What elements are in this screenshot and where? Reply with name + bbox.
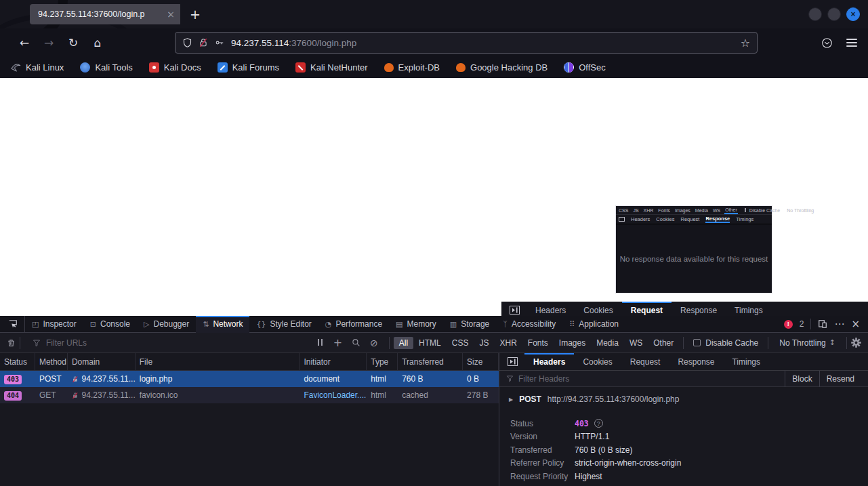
disable-cache-group[interactable]: Disable Cache [688,338,764,348]
question-mark-icon[interactable]: ? [594,419,603,428]
close-devtools-icon[interactable]: × [851,318,860,330]
reload-icon[interactable]: ↻ [61,36,85,49]
pick-element-icon[interactable] [0,316,25,333]
bookmark-google-hacking-db[interactable]: Google Hacking DB [456,62,547,73]
tab-memory[interactable]: ▤Memory [389,316,443,333]
mini-tab[interactable]: Request [680,216,699,222]
window-close-button[interactable]: × [846,7,860,21]
home-icon[interactable]: ⌂ [85,36,110,49]
mini-throttling-select[interactable]: No Throttling [787,208,814,213]
new-tab-button[interactable]: + [190,5,201,23]
disclosure-triangle-icon[interactable]: ▶ [509,397,513,403]
details-pane-toggle-icon[interactable] [510,306,520,315]
url-text[interactable]: 94.237.55.114:37600/login.php [231,38,356,48]
type-filter-ws[interactable]: WS [624,337,648,349]
error-badge-icon[interactable]: ! [784,320,793,329]
tab-performance[interactable]: ◔Performance [318,316,389,333]
responsive-design-icon[interactable] [818,319,827,329]
browser-tab[interactable]: 94.237.55.114:37600/login.p × [30,4,180,24]
filter-urls-box[interactable] [24,338,317,348]
details-pane-toggle-icon[interactable] [619,217,625,222]
type-filter-images[interactable]: Images [554,337,591,349]
type-filter-fonts[interactable]: Fonts [522,337,554,349]
type-filter-media[interactable]: Media [591,337,624,349]
col-type[interactable]: Type [367,353,398,371]
col-domain[interactable]: Domain [68,353,136,371]
tab-console[interactable]: ⊡Console [83,316,137,333]
request-summary-row[interactable]: ▶ POST http://94.237.55.114:37600/login.… [499,387,868,407]
tab-headers[interactable]: Headers [524,353,574,371]
mini-filter[interactable]: JS [632,207,639,214]
tab-cookies[interactable]: Cookies [574,353,621,371]
mini-tab[interactable]: Timings [736,216,753,222]
col-transferred[interactable]: Transferred [398,353,463,371]
bookmark-exploit-db[interactable]: Exploit-DB [384,62,440,73]
filter-urls-input[interactable] [46,338,209,348]
bookmark-kali-linux[interactable]: Kali Linux [11,62,64,73]
bookmark-offsec[interactable]: OffSec [564,62,606,73]
bookmark-kali-forums[interactable]: Kali Forums [218,62,279,73]
tab-accessibility[interactable]: ᛉAccessibility [496,316,562,333]
forward-icon[interactable]: → [37,36,61,49]
table-row[interactable]: 404 GET 94.237.55.11... favicon.ico Favi… [0,387,499,403]
hamburger-menu-icon[interactable] [846,37,857,49]
bookmark-star-icon[interactable]: ☆ [741,37,750,49]
key-icon[interactable] [214,38,225,47]
search-icon[interactable] [352,338,360,347]
tab-response[interactable]: Response [669,353,723,371]
block-button[interactable]: Block [785,371,819,387]
mini-filter[interactable]: XHR [643,207,655,214]
cell-initiator-link[interactable]: FaviconLoader.... [299,387,367,403]
tab-debugger[interactable]: ▷Debugger [137,316,196,333]
type-filter-xhr[interactable]: XHR [494,337,522,349]
col-file[interactable]: File [136,353,300,371]
mini-filter[interactable]: Fonts [657,207,671,214]
block-icon[interactable]: ⊘ [370,338,378,348]
type-filter-js[interactable]: JS [474,337,494,349]
table-row[interactable]: 403 POST 94.237.55.11... login.php docum… [0,371,499,387]
insecure-lock-icon[interactable] [199,37,208,48]
mini-disable-cache-checkbox[interactable] [745,208,746,212]
type-filter-other[interactable]: Other [648,337,679,349]
back-icon[interactable]: ← [12,36,37,49]
col-method[interactable]: Method [35,353,68,371]
disable-cache-checkbox[interactable] [693,339,701,346]
maximize-button[interactable] [827,7,841,21]
mini-filter[interactable]: WS [712,207,721,214]
mini-filter[interactable]: Other [724,207,738,214]
meatball-menu-icon[interactable]: ⋯ [834,318,844,330]
bookmark-kali-docs[interactable]: Kali Docs [149,62,201,73]
tab-timings[interactable]: Timings [723,353,769,371]
pause-icon[interactable] [317,338,324,348]
type-filter-all[interactable]: All [394,337,413,349]
col-initiator[interactable]: Initiator [299,353,367,371]
type-filter-html[interactable]: HTML [413,337,447,349]
col-size[interactable]: Size [463,353,499,371]
type-filter-css[interactable]: CSS [447,337,474,349]
mini-filter[interactable]: CSS [618,207,629,214]
tab-inspector[interactable]: ◰Inspector [25,316,83,333]
mini-filter[interactable]: Media [695,207,709,214]
tab-network[interactable]: ⇅Network [196,316,249,333]
filter-headers-input[interactable] [518,374,681,384]
add-request-icon[interactable]: + [333,336,342,349]
resend-button[interactable]: Resend [819,371,861,387]
mini-tab-response[interactable]: Response [705,216,730,223]
col-status[interactable]: Status [0,353,35,371]
mini-tab[interactable]: Headers [631,216,650,222]
shield-icon[interactable] [182,37,192,48]
gear-icon[interactable] [851,338,861,348]
tab-storage[interactable]: ▥Storage [443,316,496,333]
bookmark-kali-tools[interactable]: Kali Tools [80,62,132,73]
tab-style-editor[interactable]: {}Style Editor [249,316,318,333]
mini-tab[interactable]: Cookies [656,216,674,222]
throttling-select[interactable]: No Throttling ↕ [772,338,842,348]
details-pane-toggle-icon[interactable] [508,357,518,366]
bookmark-kali-nethunter[interactable]: Kali NetHunter [295,62,368,73]
clear-requests-icon[interactable] [7,338,16,348]
minimize-button[interactable] [808,7,822,21]
tab-request[interactable]: Request [621,353,669,371]
url-bar[interactable]: 94.237.55.114:37600/login.php ☆ [175,32,758,54]
pocket-icon[interactable] [821,37,833,49]
tab-application[interactable]: ⠿Application [562,316,625,333]
